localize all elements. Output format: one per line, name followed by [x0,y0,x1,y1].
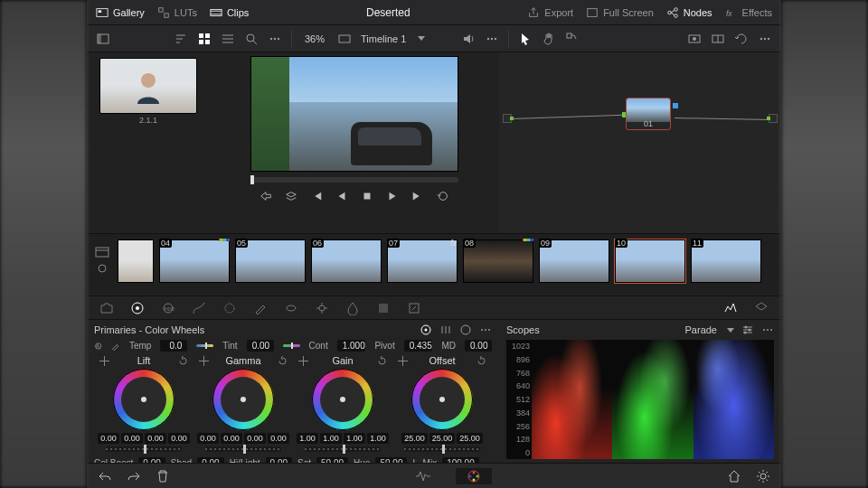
chevron-down-icon[interactable] [727,328,734,333]
zoom-level[interactable]: 36% [301,33,328,44]
auto-balance-icon[interactable]: A [94,341,102,352]
temp-value[interactable]: 0.0 [160,340,187,352]
reset-icon[interactable] [178,356,188,366]
node-output[interactable] [769,114,778,123]
reset-icon[interactable] [377,356,387,366]
viewer-image[interactable] [250,56,458,172]
wheel-adjust-icon[interactable] [99,356,109,366]
highlight-icon[interactable] [687,32,702,46]
clips-toggle[interactable]: Clips [210,6,249,19]
audio-icon[interactable] [461,32,476,46]
pick-white-icon[interactable] [111,341,119,352]
nodes-toggle[interactable]: Nodes [666,6,712,19]
clip-thumb[interactable]: 04 [159,239,230,283]
temp-slider[interactable] [196,344,213,347]
wheel-value[interactable]: 25.00 [401,433,428,444]
wheel-value[interactable]: 0.00 [121,433,143,444]
tint-slider[interactable] [283,344,300,347]
scope-settings-icon[interactable] [741,324,754,336]
stop-icon[interactable] [361,190,373,202]
wheel-value[interactable]: 1.00 [297,433,318,444]
more-icon-3[interactable] [758,32,772,46]
bars-mode-icon[interactable] [439,324,452,336]
clip-thumb[interactable]: 09 [539,239,609,283]
page-color[interactable] [456,468,492,484]
fullscreen-button[interactable]: Full Screen [586,6,654,19]
gallery-toggle[interactable]: Gallery [96,6,145,19]
grid-view-icon[interactable] [197,32,212,46]
sizing-icon[interactable] [407,301,421,315]
sort-icon[interactable] [174,32,188,46]
hdr-icon[interactable]: HDR [161,301,175,315]
y-slider[interactable] [404,446,480,452]
pivot-value[interactable]: 0.435 [404,340,433,352]
wheel-value[interactable]: 0.00 [197,433,219,444]
y-slider[interactable] [205,446,281,452]
viewer-scrubber[interactable] [250,177,458,183]
y-slider[interactable] [305,446,381,452]
blur-icon[interactable] [345,301,360,315]
wheel-value[interactable]: 0.00 [98,433,119,444]
color-wheels-icon[interactable] [130,301,145,315]
gallery-still[interactable] [99,58,197,114]
tint-value[interactable]: 0.00 [247,340,274,352]
color-wheel-lift[interactable] [113,369,175,430]
trash-icon[interactable] [156,469,170,483]
node-01[interactable]: 01 [626,98,671,130]
clip-thumb[interactable]: 07 [387,239,458,283]
color-warper-icon[interactable] [222,301,237,315]
reset-icon[interactable] [278,356,288,366]
list-view-icon[interactable] [221,32,235,46]
wheel-value[interactable]: 0.00 [145,433,166,444]
more-icon[interactable] [268,32,282,46]
export-button[interactable]: Export [527,6,573,19]
play-icon[interactable] [386,190,399,202]
wheel-value[interactable]: 1.00 [344,433,365,444]
hand-icon[interactable] [542,32,556,46]
loop-icon[interactable] [437,190,449,202]
color-wheel-gain[interactable] [312,369,373,430]
wheel-value[interactable]: 25.00 [429,433,456,444]
wheels-mode-icon[interactable] [420,324,432,336]
more-icon-2[interactable] [485,32,499,46]
sidebar-toggle-icon[interactable] [96,32,110,46]
home-icon[interactable] [727,469,741,483]
aspect-icon[interactable] [337,32,352,46]
camera-raw-icon[interactable] [99,301,114,315]
qualifier-icon[interactable] [253,301,268,315]
wheel-value[interactable]: 1.00 [320,433,342,444]
wheel-value[interactable]: 0.00 [268,433,289,444]
gear-icon[interactable] [756,469,770,483]
pointer-icon[interactable] [518,32,533,46]
wheel-value[interactable]: 1.00 [367,433,389,444]
step-back-icon[interactable] [335,190,348,202]
scope-mode[interactable]: Parade [685,324,717,335]
md-value[interactable]: 0.00 [465,340,492,352]
wheel-value[interactable]: 0.00 [221,433,242,444]
luts-toggle[interactable]: LUTs [157,6,197,19]
clip-thumb[interactable]: 08fx [463,239,533,283]
log-mode-icon[interactable] [459,324,472,336]
more-icon[interactable] [479,324,492,336]
wheel-adjust-icon[interactable] [298,356,308,366]
loop-region-icon[interactable] [259,190,272,202]
window-icon[interactable] [284,301,298,315]
node-input[interactable] [503,114,512,123]
wheel-value[interactable]: 0.00 [168,433,190,444]
y-slider[interactable] [106,446,182,452]
clip-thumb[interactable]: 06 [311,239,382,283]
curves-icon[interactable] [192,301,206,315]
wheel-value[interactable]: 25.00 [457,433,483,444]
tracking-icon[interactable] [315,301,329,315]
search-icon[interactable] [244,32,259,46]
reset-icon[interactable] [476,356,486,366]
layers-icon[interactable] [285,190,297,202]
contrast-value[interactable]: 1.000 [337,340,366,352]
wheel-adjust-icon[interactable] [199,356,209,366]
wheel-value[interactable]: 0.00 [244,433,266,444]
chevron-down-icon[interactable] [418,36,425,41]
node-tool-icon[interactable] [565,32,580,46]
clip-thumb[interactable]: 10 [615,239,685,283]
last-frame-icon[interactable] [411,190,424,202]
page-fairlight[interactable] [405,468,441,484]
